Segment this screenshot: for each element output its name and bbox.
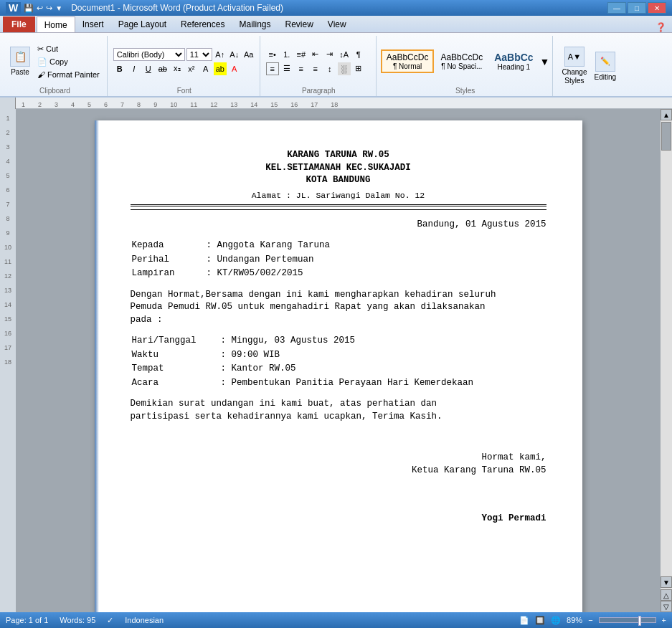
help-icon[interactable]: ❓ (656, 22, 666, 32)
org-name2: KEL.SETIAMANAH KEC.SUKAJADI (131, 162, 546, 175)
align-right-button[interactable]: ≡ (295, 62, 308, 75)
quick-access-redo[interactable]: ↪ (46, 4, 52, 13)
ribbon: 📋 Paste ✂ Cut 📄 Copy 🖌 Format Painter Cl… (0, 33, 672, 97)
borders-button[interactable]: ⊞ (352, 62, 365, 75)
tab-home[interactable]: Home (37, 16, 75, 32)
event-value: : Pembentukan Panitia Perayaan Hari Keme… (221, 377, 474, 390)
place-value: : Kantor RW.05 (221, 363, 474, 376)
scroll-page-down[interactable]: ▽ (661, 601, 672, 612)
multilevel-button[interactable]: ≡# (295, 48, 308, 61)
styles-more-arrow[interactable]: ▼ (540, 56, 550, 67)
ribbon-right: ❓ (656, 22, 672, 32)
document-scroll-area[interactable]: KARANG TARUNA RW.05 KEL.SETIAMANAH KEC.S… (16, 109, 661, 612)
increase-font-btn[interactable]: A↑ (214, 48, 227, 61)
style-nospace-preview: AaBbCcDc (440, 52, 483, 62)
font-name-select[interactable]: Calibri (Body) (113, 48, 185, 61)
bullets-button[interactable]: ≡• (266, 48, 279, 61)
bold-button[interactable]: B (113, 62, 126, 75)
superscript-button[interactable]: x² (185, 62, 198, 75)
editing-button[interactable]: ✏️ Editing (591, 50, 619, 82)
italic-button[interactable]: I (128, 62, 141, 75)
minimize-button[interactable]: — (607, 2, 626, 14)
doc-date: Bandung, 01 Agustus 2015 (131, 219, 546, 232)
tab-review[interactable]: Review (278, 16, 320, 32)
strikethrough-button[interactable]: ab (156, 62, 169, 75)
decrease-font-btn[interactable]: A↓ (228, 48, 241, 61)
align-justify-button[interactable]: ≡ (309, 62, 322, 75)
quick-access-undo[interactable]: ↩ (37, 4, 43, 13)
sign-line2: Ketua Karang Taruna RW.05 (131, 465, 546, 477)
event-details: Hari/Tanggal : Minggu, 03 Agustus 2015 W… (131, 333, 475, 391)
tab-view[interactable]: View (321, 16, 354, 32)
clipboard-small-btns: ✂ Cut 📄 Copy 🖌 Format Painter (34, 43, 103, 80)
style-normal-preview: AaBbCcDc (387, 52, 429, 62)
sort-button[interactable]: ↕A (338, 48, 351, 61)
tab-file[interactable]: File (3, 16, 35, 32)
text-effects-button[interactable]: A (199, 62, 212, 75)
highlight-color-button[interactable]: ab (214, 62, 227, 75)
doc-heading1: KARANG TARUNA RW.05 KEL.SETIAMANAH KEC.S… (131, 149, 546, 187)
scroll-up-arrow[interactable]: ▲ (661, 109, 672, 120)
attachment-label: Lampiran (132, 267, 189, 280)
align-center-button[interactable]: ☰ (280, 62, 293, 75)
font-group: Calibri (Body) 11 A↑ A↓ Aa B I U ab x₂ x… (109, 36, 260, 96)
scroll-down-arrow[interactable]: ▼ (661, 576, 672, 588)
close-button[interactable]: ✕ (648, 2, 666, 14)
style-heading1-preview: AaBbCc (494, 52, 533, 63)
cut-button[interactable]: ✂ Cut (34, 43, 103, 55)
tab-references[interactable]: References (174, 16, 232, 32)
subscript-button[interactable]: x₂ (171, 62, 184, 75)
format-painter-icon: 🖌 (37, 70, 45, 79)
quick-access-more[interactable]: ▼ (55, 4, 62, 12)
scroll-thumb[interactable] (661, 122, 671, 151)
increase-indent-button[interactable]: ⇥ (323, 48, 336, 61)
to-row: Kepada : Anggota Karang Taruna (132, 239, 331, 252)
scroll-page-up[interactable]: △ (661, 589, 672, 601)
to-label: Kepada (132, 239, 189, 252)
show-para-button[interactable]: ¶ (352, 48, 365, 61)
font-color-button[interactable]: A (228, 62, 241, 75)
address-block: Kepada : Anggota Karang Taruna Perihal :… (131, 238, 332, 282)
left-ruler: 1 2 3 4 5 6 7 8 9 10 11 12 13 14 15 16 1… (0, 109, 16, 612)
doc-divider-bottom (131, 209, 546, 210)
change-styles-icon: A▼ (564, 47, 585, 67)
tab-mailings[interactable]: Mailings (232, 16, 278, 32)
closing-line1: Demikian surat undangan ini kami buat, a… (131, 399, 437, 409)
style-nospace-button[interactable]: AaBbCcDc ¶ No Spaci... (435, 50, 488, 72)
format-painter-button[interactable]: 🖌 Format Painter (34, 69, 103, 80)
clear-format-btn[interactable]: Aa (242, 48, 255, 61)
body-line1: Dengan Hormat,Bersama dengan ini kami me… (131, 290, 496, 300)
address-text: Alamat : JL. Sariwangi Dalam No. 12 (252, 191, 425, 200)
attachment-colon (191, 267, 205, 280)
paste-label: Paste (11, 68, 29, 76)
doc-signature: Hormat kami, Ketua Karang Taruna RW.05 (131, 452, 546, 477)
line-spacing-button[interactable]: ↕ (323, 62, 336, 75)
tab-insert[interactable]: Insert (75, 16, 111, 32)
right-scrollbar[interactable]: ▲ ▼ △ ▽ (661, 109, 672, 612)
ribbon-tabs: File Home Insert Page Layout References … (0, 16, 672, 33)
copy-button[interactable]: 📄 Copy (34, 56, 103, 68)
tab-page-layout[interactable]: Page Layout (111, 16, 174, 32)
title-bar-left: W 💾 ↩ ↪ ▼ Document1 - Microsoft Word (Pr… (6, 2, 283, 14)
clipboard-group: 📋 Paste ✂ Cut 📄 Copy 🖌 Format Painter Cl… (3, 36, 108, 96)
shading-button[interactable]: ░ (338, 62, 351, 75)
maximize-button[interactable]: □ (628, 2, 646, 14)
font-size-select[interactable]: 11 (186, 48, 212, 61)
org-name1: KARANG TARUNA RW.05 (131, 149, 546, 162)
style-heading1-label: Heading 1 (494, 63, 533, 71)
to-colon (191, 239, 205, 252)
decrease-indent-button[interactable]: ⇤ (309, 48, 322, 61)
change-styles-label: ChangeStyles (562, 68, 587, 85)
style-normal-button[interactable]: AaBbCcDc ¶ Normal (381, 49, 435, 73)
underline-button[interactable]: U (142, 62, 155, 75)
change-styles-button[interactable]: A▼ ChangeStyles (559, 45, 590, 87)
paste-button[interactable]: 📋 Paste (7, 45, 33, 77)
style-heading1-button[interactable]: AaBbCc Heading 1 (489, 49, 538, 73)
doc-divider-top (131, 204, 546, 206)
font-label: Font (113, 87, 255, 95)
quick-access-save[interactable]: 💾 (24, 4, 34, 13)
align-left-button[interactable]: ≡ (266, 62, 279, 75)
day-row: Hari/Tanggal : Minggu, 03 Agustus 2015 (132, 335, 474, 348)
numbering-button[interactable]: 1. (280, 48, 293, 61)
ruler-corner (0, 97, 16, 109)
